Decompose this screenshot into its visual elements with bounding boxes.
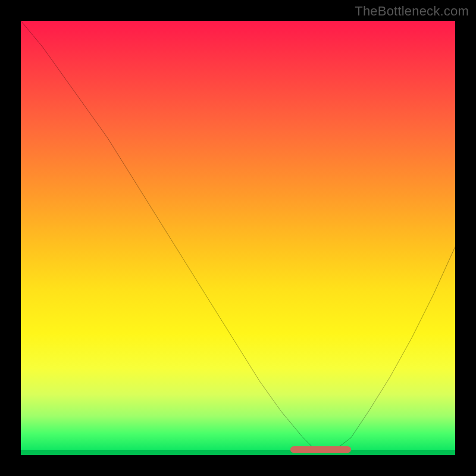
optimal-range-marker xyxy=(290,446,351,453)
chart-frame: TheBottleneck.com xyxy=(0,0,476,476)
bottleneck-curve-path xyxy=(21,21,455,451)
curve-svg xyxy=(21,21,455,455)
watermark-text: TheBottleneck.com xyxy=(355,4,469,19)
plot-area xyxy=(21,21,455,455)
